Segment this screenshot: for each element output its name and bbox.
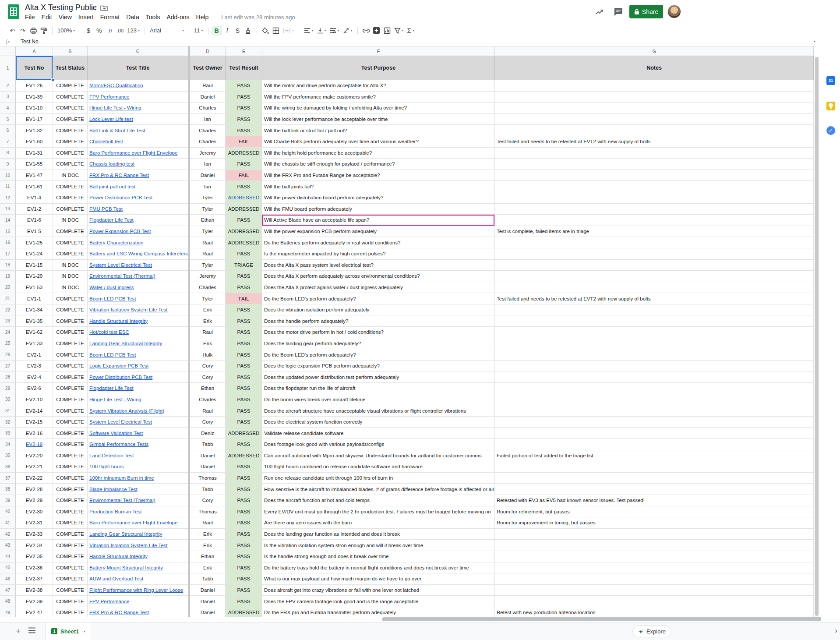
cell-test-result[interactable]: PASS bbox=[226, 540, 262, 551]
cell-test-result[interactable]: PASS bbox=[226, 92, 262, 103]
text-rotation-button[interactable]: ▾ bbox=[341, 28, 354, 34]
cell-test-owner[interactable]: Daniel bbox=[190, 170, 226, 181]
cell-test-status[interactable]: IN DOC bbox=[53, 282, 88, 293]
cell-test-owner[interactable]: Cory bbox=[190, 371, 226, 383]
cell-notes[interactable] bbox=[495, 540, 814, 551]
cell-test-no[interactable]: EV1-2 bbox=[16, 204, 53, 215]
cell-test-result[interactable]: TRIAGE bbox=[226, 260, 262, 271]
keep-notes-icon[interactable] bbox=[826, 102, 835, 110]
cell-notes[interactable] bbox=[495, 125, 814, 136]
row-header-20[interactable]: 20 bbox=[0, 282, 16, 293]
cell-test-status[interactable]: COMPLETE bbox=[53, 248, 88, 260]
cell-test-owner[interactable]: Jeremy bbox=[190, 148, 226, 159]
cell-test-purpose[interactable]: Do the Batteries perform adequately in r… bbox=[262, 237, 495, 248]
cell-test-title[interactable]: Baro Performance over Flight Envelope bbox=[88, 517, 188, 529]
cell-test-purpose[interactable]: Will the FPV performance make customers … bbox=[262, 92, 495, 103]
cell-test-title[interactable]: FPV Performance bbox=[88, 596, 188, 607]
cell-test-status[interactable]: COMPLETE bbox=[53, 103, 88, 114]
cell-test-result[interactable]: PASS bbox=[226, 315, 262, 327]
cell-notes[interactable] bbox=[495, 148, 814, 159]
cell-test-owner[interactable]: Erik bbox=[190, 540, 226, 551]
title-link[interactable]: Flopdapter Life Test bbox=[89, 385, 134, 391]
merge-cells-button[interactable]: ▾ bbox=[281, 28, 296, 34]
row-header-3[interactable]: 3 bbox=[0, 92, 16, 103]
cell-test-status[interactable]: COMPLETE bbox=[53, 450, 88, 462]
comment-history-icon[interactable] bbox=[613, 7, 624, 17]
row-header-38[interactable]: 38 bbox=[0, 484, 16, 495]
cell-test-title[interactable]: AUW and Overload Test bbox=[88, 573, 188, 585]
cell-test-purpose[interactable]: Will the height hold performance be acce… bbox=[262, 148, 495, 159]
row-header-43[interactable]: 43 bbox=[0, 540, 16, 551]
cell-notes[interactable]: Test failed and needs to be retested at … bbox=[495, 293, 814, 304]
title-link[interactable]: Flopdapter Life Test bbox=[89, 217, 134, 223]
cell-test-result[interactable]: PASS bbox=[226, 304, 262, 316]
cell-test-status[interactable]: COMPLETE bbox=[53, 585, 88, 596]
cell-notes[interactable] bbox=[495, 473, 814, 484]
cell-test-owner[interactable]: Daniel bbox=[190, 92, 226, 103]
cell-test-purpose[interactable]: Does the landing gear function as intend… bbox=[262, 529, 495, 540]
cell-test-no[interactable]: EV2-10 bbox=[16, 394, 53, 406]
cell-test-status[interactable]: COMPLETE bbox=[53, 136, 88, 148]
column-header-g[interactable]: G bbox=[495, 46, 814, 56]
cell-test-title[interactable]: Chassis loading test bbox=[88, 159, 188, 170]
sheets-logo-icon[interactable] bbox=[8, 4, 19, 19]
cell-test-purpose[interactable]: 100 flight hours combined on release can… bbox=[262, 461, 495, 473]
menu-insert[interactable]: Insert bbox=[78, 14, 94, 21]
percent-format-button[interactable]: % bbox=[94, 26, 104, 35]
functions-button[interactable]: Σ▾ bbox=[406, 27, 416, 34]
cell-notes[interactable]: Failed portion of test added to the tria… bbox=[495, 450, 814, 462]
move-to-folder-icon[interactable] bbox=[100, 5, 108, 11]
menu-edit[interactable]: Edit bbox=[42, 14, 52, 21]
cell-test-result[interactable]: PASS bbox=[226, 159, 262, 170]
cell-test-purpose[interactable]: Does the vibration isolation perform ade… bbox=[262, 304, 495, 316]
title-link[interactable]: Software Validation Test bbox=[89, 431, 143, 436]
row-header-25[interactable]: 25 bbox=[0, 338, 16, 350]
cell-test-title[interactable]: Logic Expansion PCB Test bbox=[88, 361, 188, 372]
vertical-scrollbar[interactable] bbox=[814, 56, 819, 617]
row-header-22[interactable]: 22 bbox=[0, 304, 16, 316]
cell-test-title[interactable]: Baro Performance over Flight Envelope bbox=[88, 148, 188, 159]
title-link[interactable]: Flight Performance with Ring Lever Loose bbox=[89, 587, 183, 593]
cell-test-no[interactable]: EV1-60 bbox=[16, 136, 53, 148]
cell-test-result[interactable]: PASS bbox=[226, 417, 262, 428]
cell-test-status[interactable]: COMPLETE bbox=[53, 125, 88, 136]
cell-test-purpose[interactable]: Does the motor drive perform in hot / co… bbox=[262, 327, 495, 338]
title-link[interactable]: Ball joint pull out test bbox=[89, 184, 135, 189]
title-link[interactable]: Hot/cold test ESC bbox=[89, 329, 129, 335]
title-link[interactable]: Gimbal Performance Tests bbox=[89, 442, 148, 447]
title-link[interactable]: Battery Mount Structural Integrity bbox=[89, 565, 163, 570]
cell-test-status[interactable]: COMPLETE bbox=[53, 349, 88, 361]
cell-test-purpose[interactable]: Is the vibration isolation system stron … bbox=[262, 540, 495, 551]
cell-test-status[interactable]: COMPLETE bbox=[53, 148, 88, 159]
cell-test-purpose[interactable]: Does the electrical system function corr… bbox=[262, 417, 495, 428]
formula-input[interactable]: Test No bbox=[16, 39, 39, 45]
row-header-11[interactable]: 11 bbox=[0, 181, 16, 192]
cell-test-no[interactable]: EV2-22 bbox=[16, 473, 53, 484]
title-link[interactable]: Ball Link & Strut Life Test bbox=[89, 128, 145, 133]
cell-test-result[interactable]: PASS bbox=[226, 573, 262, 585]
cell-test-owner[interactable]: Charles bbox=[190, 394, 226, 406]
cell-test-purpose[interactable]: Does the Alta X pass system level electr… bbox=[262, 260, 495, 271]
paint-format-button[interactable] bbox=[39, 26, 49, 35]
cell-test-status[interactable]: COMPLETE bbox=[53, 596, 88, 607]
cell-test-owner[interactable]: Daniel bbox=[190, 585, 226, 596]
cell-notes[interactable] bbox=[495, 551, 814, 562]
explore-button[interactable]: ✦ Explore bbox=[632, 626, 671, 637]
title-link[interactable]: Landing Gear Structural Integrity bbox=[89, 341, 162, 346]
cell-test-status[interactable]: COMPLETE bbox=[53, 439, 88, 450]
cell-test-purpose[interactable]: Will the ball link or strut fail / pull … bbox=[262, 125, 495, 136]
result-link[interactable]: ADDRESSED bbox=[228, 195, 260, 200]
cell-notes[interactable] bbox=[495, 349, 814, 361]
cell-test-status[interactable]: COMPLETE bbox=[53, 159, 88, 170]
sheet-tab-sheet1[interactable]: 1 Sheet1 ▾ bbox=[46, 622, 91, 640]
cell-notes[interactable] bbox=[495, 237, 814, 248]
cell-test-purpose[interactable]: Does the aircraft structure have unaccep… bbox=[262, 405, 495, 417]
row-header-37[interactable]: 37 bbox=[0, 473, 16, 484]
cell-notes[interactable] bbox=[495, 170, 814, 181]
cell-test-purpose[interactable]: Can aircraft autoland with Mpro and skyv… bbox=[262, 450, 495, 462]
cell-test-no[interactable]: EV2-3 bbox=[16, 361, 53, 372]
menu-add-ons[interactable]: Add-ons bbox=[166, 14, 189, 21]
column-header-d[interactable]: D bbox=[190, 46, 226, 56]
menu-file[interactable]: File bbox=[25, 14, 35, 21]
row-header-44[interactable]: 44 bbox=[0, 551, 16, 562]
